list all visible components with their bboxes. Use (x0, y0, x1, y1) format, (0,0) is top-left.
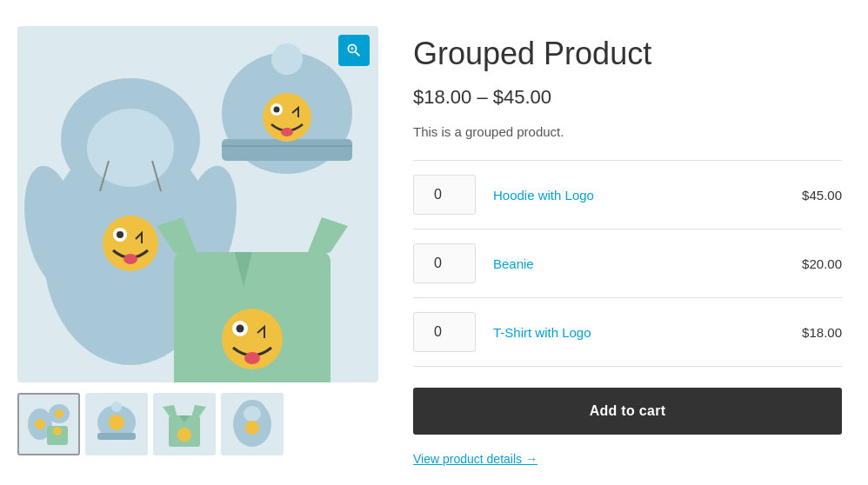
thumbnail-3[interactable] (153, 393, 216, 455)
svg-point-44 (177, 428, 191, 442)
item-link-beanie[interactable]: Beanie (493, 256, 764, 271)
svg-rect-36 (97, 433, 136, 440)
thumbnail-1[interactable] (17, 393, 80, 455)
view-product-details-link[interactable]: View product details → (413, 452, 842, 466)
thumbnail-list (17, 393, 378, 455)
product-item-row: Hoodie with Logo $45.00 (413, 161, 842, 229)
svg-point-33 (53, 427, 62, 435)
qty-input-tshirt[interactable] (413, 312, 476, 352)
svg-point-25 (237, 325, 244, 333)
product-title: Grouped Product (413, 35, 842, 72)
product-illustration (17, 26, 378, 382)
svg-point-49 (245, 421, 259, 435)
qty-input-hoodie[interactable] (413, 175, 476, 215)
svg-point-17 (274, 107, 280, 113)
svg-point-32 (55, 409, 63, 418)
svg-point-14 (271, 43, 303, 75)
item-link-tshirt[interactable]: T-Shirt with Logo (493, 325, 764, 340)
product-items-list: Hoodie with Logo $45.00 Beanie $20.00 T-… (413, 160, 842, 367)
zoom-icon[interactable] (338, 35, 370, 66)
add-to-cart-button[interactable]: Add to cart (413, 388, 842, 435)
svg-point-38 (109, 415, 124, 430)
product-item-row: T-Shirt with Logo $18.00 (413, 298, 842, 367)
svg-point-18 (281, 128, 293, 136)
svg-point-10 (124, 254, 137, 264)
product-description: This is a grouped product. (413, 124, 842, 139)
product-images-column (17, 26, 378, 466)
qty-input-beanie[interactable] (413, 243, 476, 283)
item-price-beanie: $20.00 (781, 256, 842, 271)
svg-point-9 (117, 231, 124, 238)
svg-point-2 (87, 109, 174, 187)
svg-rect-12 (222, 139, 352, 161)
zoom-svg (345, 42, 363, 59)
product-details-column: Grouped Product $18.00 – $45.00 This is … (413, 26, 842, 466)
page-container: Grouped Product $18.00 – $45.00 This is … (0, 0, 868, 485)
svg-point-31 (35, 419, 45, 429)
product-item-row: Beanie $20.00 (413, 229, 842, 298)
item-link-hoodie[interactable]: Hoodie with Logo (493, 188, 764, 203)
thumbnail-2[interactable] (85, 393, 148, 455)
svg-point-48 (244, 406, 261, 422)
svg-point-37 (111, 402, 122, 412)
item-price-hoodie: $45.00 (781, 188, 842, 203)
price-range: $18.00 – $45.00 (413, 86, 842, 109)
item-price-tshirt: $18.00 (781, 325, 842, 340)
svg-point-26 (244, 352, 260, 364)
thumbnail-4[interactable] (221, 393, 284, 455)
main-product-image (17, 26, 378, 382)
